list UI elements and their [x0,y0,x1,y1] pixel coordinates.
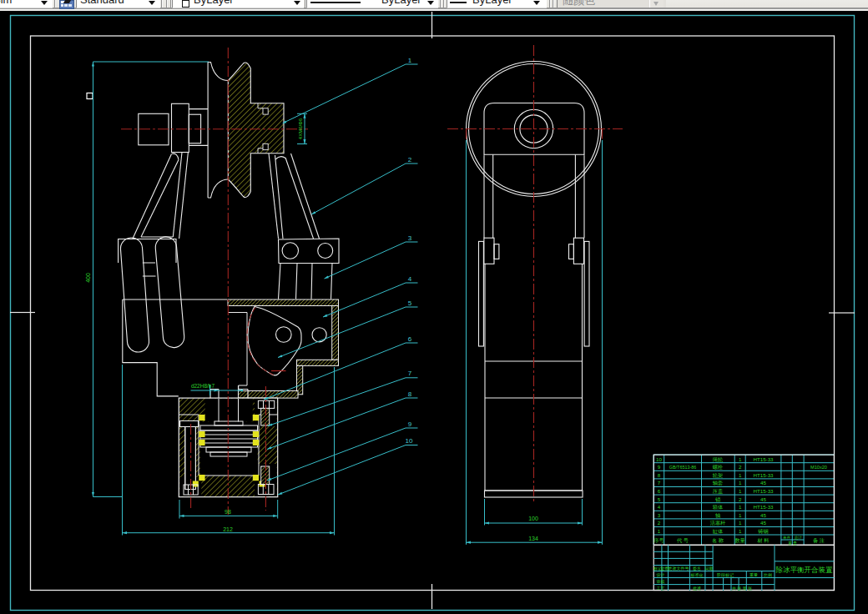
svg-text:3: 3 [408,234,412,242]
svg-text:8: 8 [408,390,412,398]
svg-text:8: 8 [658,472,661,478]
svg-text:2: 2 [739,496,742,502]
svg-text:7: 7 [408,370,412,377]
svg-text:HT15-33: HT15-33 [753,504,774,510]
svg-text:铸钢: 铸钢 [757,528,768,534]
svg-text:45: 45 [760,480,766,486]
svg-text:400: 400 [85,273,91,283]
svg-text:7: 7 [658,480,661,486]
svg-text:活塞杆: 活塞杆 [710,520,726,526]
svg-text:9: 9 [658,464,661,470]
svg-text:更改文件号: 更改文件号 [669,566,689,571]
svg-text:单件: 单件 [782,536,791,540]
svg-text:2: 2 [739,464,742,470]
svg-text:螺栓: 螺栓 [713,464,723,471]
svg-text:HT15-33: HT15-33 [753,456,774,462]
svg-text:批准: 批准 [693,586,701,591]
svg-text:共 张 第 张: 共 张 第 张 [732,586,752,591]
svg-text:1: 1 [408,57,412,64]
svg-text:轮架: 轮架 [713,472,723,479]
svg-text:3: 3 [658,512,661,518]
svg-text:销: 销 [714,496,720,502]
svg-text:压盖: 压盖 [713,488,723,494]
svg-text:45: 45 [760,520,766,526]
svg-text:箱体: 箱体 [713,504,724,510]
svg-text:98: 98 [225,509,231,515]
svg-text:2: 2 [408,156,412,164]
svg-text:序号: 序号 [654,537,664,543]
svg-text:M10x20: M10x20 [810,465,827,470]
svg-text:1: 1 [739,472,742,478]
svg-text:45: 45 [760,496,766,502]
svg-text:1: 1 [739,504,742,510]
svg-text:4XM6/Ф6: 4XM6/Ф6 [298,118,303,139]
svg-text:材 料: 材 料 [756,537,769,544]
svg-text:6: 6 [658,488,661,494]
svg-text:1: 1 [739,512,742,518]
svg-text:134: 134 [528,536,538,541]
svg-text:9: 9 [408,420,412,428]
svg-text:比例: 比例 [764,572,772,578]
svg-text:重量: 重量 [749,572,758,577]
svg-text:212: 212 [223,526,233,532]
svg-text:100: 100 [528,516,538,521]
svg-text:名 称: 名 称 [712,537,724,544]
svg-text:d22H8/h7: d22H8/h7 [191,383,215,389]
svg-text:签名: 签名 [693,566,701,571]
svg-text:总计: 总计 [795,536,803,540]
svg-text:HT15-33: HT15-33 [753,472,774,478]
svg-text:10: 10 [406,437,413,445]
svg-text:轴套: 轴套 [713,480,723,486]
svg-text:10: 10 [656,456,662,462]
svg-text:1: 1 [739,456,742,462]
svg-text:5: 5 [658,496,661,502]
svg-text:5: 5 [408,299,412,307]
svg-text:4: 4 [658,504,661,510]
svg-text:日期: 日期 [705,566,714,571]
svg-text:除冰平衡开合装置: 除冰平衡开合装置 [776,566,834,574]
svg-text:数量: 数量 [735,537,745,543]
svg-text:缸体: 缸体 [713,528,724,534]
svg-text:工艺: 工艺 [657,586,665,591]
svg-text:备 注: 备 注 [813,537,825,544]
svg-text:1: 1 [739,520,742,526]
svg-text:阶段标记: 阶段标记 [717,572,734,578]
svg-text:6: 6 [408,335,412,343]
svg-text:1: 1 [739,480,742,486]
svg-text:45: 45 [760,512,766,518]
svg-text:审核: 审核 [657,579,665,584]
svg-text:代 号: 代 号 [676,537,689,543]
svg-text:重 量: 重 量 [788,541,797,546]
svg-text:标准化: 标准化 [690,572,704,578]
svg-text:1: 1 [739,528,742,534]
svg-text:设计: 设计 [656,572,665,577]
svg-text:4: 4 [408,275,412,283]
svg-text:绳轮: 绳轮 [713,456,723,463]
svg-text:轴: 轴 [715,512,720,519]
svg-text:GB/T6513-86: GB/T6513-86 [669,465,696,470]
svg-text:1: 1 [739,488,742,494]
svg-text:2: 2 [658,520,661,526]
svg-text:1: 1 [658,528,661,534]
svg-text:HT15-33: HT15-33 [753,488,774,494]
